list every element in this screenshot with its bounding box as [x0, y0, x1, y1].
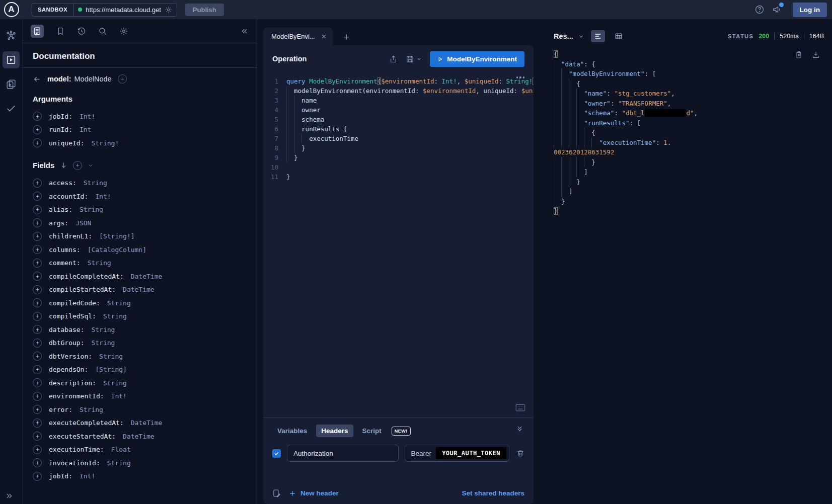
field-type[interactable]: String — [99, 353, 123, 360]
field-name[interactable]: jobId — [49, 472, 72, 480]
add-field-icon[interactable] — [33, 232, 42, 241]
code-line[interactable]: 5schema — [263, 115, 534, 124]
tab-headers[interactable]: Headers — [316, 425, 353, 437]
download-response-icon[interactable] — [812, 51, 820, 59]
field-name[interactable]: args — [49, 219, 68, 227]
field-name[interactable]: dependsOn — [49, 366, 88, 373]
schema-graph-icon[interactable] — [3, 27, 20, 44]
field-type[interactable]: String — [80, 206, 103, 213]
field-type[interactable]: DateTime — [123, 286, 155, 293]
add-field-icon[interactable] — [33, 259, 42, 268]
expand-rail-icon[interactable] — [5, 492, 13, 500]
field-type[interactable]: String — [80, 406, 103, 413]
collections-icon[interactable] — [3, 75, 20, 93]
field-name[interactable]: error — [49, 406, 72, 413]
add-field-icon[interactable] — [33, 218, 42, 227]
code-line[interactable]: 11} — [263, 172, 534, 182]
edit-raw-headers-icon[interactable] — [272, 489, 281, 497]
auth-token-value[interactable]: YOUR_AUTH_TOKEN — [436, 447, 506, 459]
add-field-icon[interactable] — [33, 245, 42, 254]
add-argument-icon[interactable] — [33, 125, 42, 134]
publish-button[interactable]: Publish — [185, 4, 224, 16]
field-type[interactable]: Int! — [80, 472, 95, 480]
add-argument-icon[interactable] — [33, 112, 42, 121]
code-line[interactable]: 9} — [263, 153, 534, 162]
save-operation-group[interactable] — [406, 55, 422, 63]
operation-tab[interactable]: ModelByEnvi... — [263, 28, 333, 45]
add-all-fields-icon[interactable] — [118, 74, 127, 83]
tab-variables[interactable]: Variables — [272, 425, 312, 437]
add-argument-icon[interactable] — [33, 138, 42, 147]
field-name[interactable]: childrenL1 — [49, 232, 92, 240]
field-name[interactable]: alias — [49, 206, 72, 213]
field-type[interactable]: String — [103, 312, 127, 320]
add-field-icon[interactable] — [33, 339, 42, 348]
settings-gear-icon[interactable] — [119, 27, 128, 36]
collapse-panel-icon[interactable] — [516, 425, 523, 433]
add-field-icon[interactable] — [33, 392, 42, 401]
field-name[interactable]: dbtVersion — [49, 353, 92, 360]
field-name[interactable]: executeStartedAt — [49, 433, 116, 440]
field-name[interactable]: accountId — [49, 193, 88, 200]
login-button[interactable]: Log in — [793, 3, 827, 17]
field-name[interactable]: access — [49, 179, 77, 187]
search-icon[interactable] — [98, 27, 107, 36]
copy-response-icon[interactable] — [795, 51, 803, 59]
argument-name[interactable]: runId — [49, 126, 72, 133]
sort-fields-icon[interactable] — [60, 161, 67, 169]
field-type[interactable]: DateTime — [131, 273, 163, 280]
field-name[interactable]: compileCompletedAt — [49, 273, 124, 280]
field-type[interactable]: [CatalogColumn] — [88, 246, 146, 254]
new-header-button[interactable]: New header — [289, 489, 339, 497]
add-field-icon[interactable] — [33, 205, 42, 214]
chevron-down-icon[interactable] — [88, 162, 94, 169]
announcements-megaphone-icon[interactable] — [772, 5, 782, 15]
raw-view-toggle-icon[interactable] — [591, 30, 605, 42]
field-name[interactable]: compileStartedAt — [49, 286, 116, 293]
add-field-icon[interactable] — [33, 432, 42, 441]
collapse-docs-icon[interactable] — [241, 27, 249, 35]
field-type[interactable]: String — [88, 259, 111, 267]
field-type[interactable]: Int! — [111, 392, 127, 400]
add-field-icon[interactable] — [33, 352, 42, 361]
add-all-fields-icon[interactable] — [73, 161, 82, 170]
field-name[interactable]: description — [49, 379, 96, 387]
run-operation-button[interactable]: ModelByEnvironment — [430, 51, 524, 67]
field-type[interactable]: Float — [111, 446, 131, 453]
help-icon[interactable] — [754, 5, 765, 15]
table-view-toggle-icon[interactable] — [612, 30, 626, 42]
apollo-logo[interactable]: A — [0, 2, 23, 17]
endpoint-url[interactable]: https://metadata.cloud.get — [86, 6, 161, 14]
field-name[interactable]: invocationId — [49, 459, 100, 467]
field-name[interactable]: comment — [49, 259, 81, 267]
tab-script[interactable]: Script — [357, 425, 387, 437]
field-name[interactable]: dbtGroup — [49, 339, 84, 347]
add-field-icon[interactable] — [33, 472, 42, 481]
field-type[interactable]: String — [103, 379, 127, 387]
bookmarks-icon[interactable] — [56, 27, 65, 36]
code-line[interactable]: 4owner — [263, 105, 534, 115]
argument-type[interactable]: Int — [80, 126, 91, 133]
add-field-icon[interactable] — [33, 418, 42, 428]
code-line[interactable]: 3name — [263, 96, 534, 105]
header-enabled-checkbox[interactable] — [272, 449, 281, 458]
code-line[interactable]: 10 — [263, 162, 534, 172]
code-line[interactable]: 1query ModelByEnvironment($environmentId… — [263, 76, 534, 86]
operation-editor[interactable]: 1query ModelByEnvironment($environmentId… — [263, 72, 534, 417]
field-type[interactable]: String — [107, 459, 131, 467]
documentation-tab-icon[interactable] — [31, 25, 44, 38]
field-name[interactable]: database — [49, 326, 84, 333]
field-type[interactable]: String — [91, 339, 115, 347]
set-shared-headers-link[interactable]: Set shared headers — [462, 489, 524, 497]
field-name[interactable]: compiledCode — [49, 299, 100, 307]
save-operation-icon[interactable] — [406, 55, 414, 63]
save-dropdown-chevron-icon[interactable] — [416, 56, 422, 62]
add-field-icon[interactable] — [33, 285, 42, 294]
field-type[interactable]: DateTime — [131, 419, 163, 427]
add-field-icon[interactable] — [33, 325, 42, 334]
field-type[interactable]: [String!] — [99, 232, 134, 240]
code-line[interactable]: 7executionTime — [263, 134, 534, 143]
share-operation-icon[interactable] — [389, 55, 398, 63]
new-tab-icon[interactable] — [343, 33, 350, 41]
field-name[interactable]: executeCompletedAt — [49, 419, 124, 427]
